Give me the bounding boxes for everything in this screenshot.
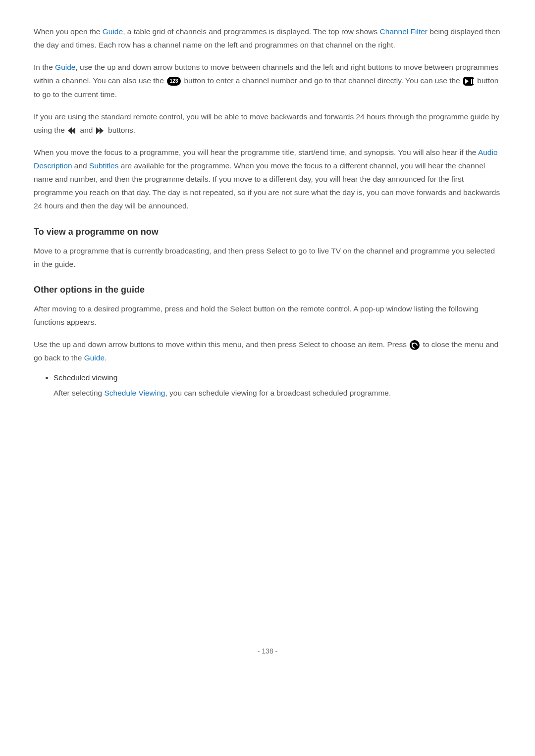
guide-link: Guide	[103, 27, 123, 36]
schedule-viewing-link: Schedule Viewing	[105, 389, 165, 397]
text: When you open the	[34, 27, 103, 36]
paragraph: After moving to a desired programme, pre…	[34, 302, 501, 329]
fast-forward-icon	[96, 127, 105, 134]
list-item: Scheduled viewing After selecting Schedu…	[54, 373, 501, 400]
text: .	[105, 353, 107, 362]
paragraph: If you are using the standard remote con…	[34, 110, 501, 137]
text: When you move the focus to a programme, …	[34, 148, 478, 156]
bullet-list: Scheduled viewing After selecting Schedu…	[34, 373, 501, 400]
subtitles-link: Subtitles	[89, 161, 118, 170]
text: and	[72, 161, 89, 170]
guide-link: Guide	[84, 353, 105, 362]
text: In the	[34, 63, 55, 71]
guide-link: Guide	[55, 63, 75, 71]
paragraph: When you move the focus to a programme, …	[34, 146, 501, 213]
paragraph: In the Guide, use the up and down arrow …	[34, 60, 501, 101]
paragraph: When you open the Guide, a table grid of…	[34, 25, 501, 51]
text: After selecting	[54, 389, 105, 397]
channel-filter-link: Channel Filter	[380, 27, 428, 36]
rewind-icon	[68, 127, 77, 134]
section-heading: To view a programme on now	[34, 227, 501, 237]
text: button to enter a channel number and go …	[182, 76, 462, 85]
paragraph: Move to a programme that is currently br…	[34, 244, 501, 271]
text: and	[78, 126, 95, 134]
document-page: When you open the Guide, a table grid of…	[0, 0, 535, 675]
section-heading: Other options in the guide	[34, 285, 501, 295]
text: , you can schedule viewing for a broadca…	[165, 389, 391, 397]
paragraph: Use the up and down arrow buttons to mov…	[34, 338, 501, 364]
text: buttons.	[106, 126, 135, 134]
text: Use the up and down arrow buttons to mov…	[34, 340, 409, 349]
return-icon	[410, 340, 420, 350]
list-item-title: Scheduled viewing	[54, 373, 117, 382]
number-button-icon: 123	[167, 77, 181, 86]
play-pause-icon	[463, 77, 474, 86]
page-number: - 138 -	[34, 647, 501, 655]
text: , a table grid of channels and programme…	[123, 27, 379, 36]
list-item-body: After selecting Schedule Viewing, you ca…	[54, 387, 501, 400]
